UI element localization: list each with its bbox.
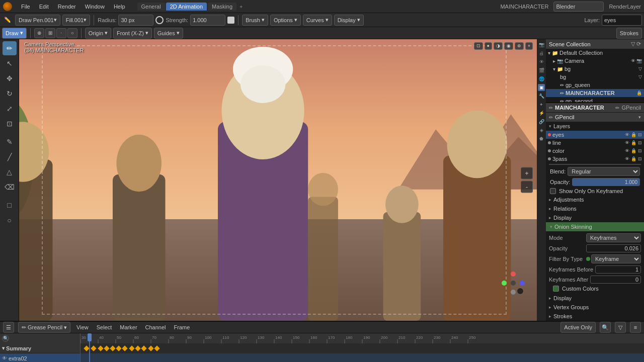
timeline-select-menu[interactable]: Select [95, 323, 114, 331]
camera-render-btn[interactable]: 📷 [636, 58, 642, 63]
menu-help[interactable]: Help [112, 3, 127, 11]
data-name-label[interactable]: GPencil [555, 114, 575, 120]
tool-erase[interactable]: ⌫ [3, 180, 17, 194]
timeline-sort-btn[interactable]: ≡ [630, 322, 641, 333]
tool-circle[interactable]: ○ [3, 213, 17, 227]
timeline-frame-menu[interactable]: Frame [172, 323, 192, 331]
snap-btn[interactable]: ⋅ [56, 28, 66, 38]
transform-pivot-btn[interactable]: ⊕ [34, 28, 44, 38]
display-btn[interactable]: Display ▾ [334, 15, 364, 26]
onion-mode-select[interactable]: Keyframes [586, 233, 641, 242]
extra02-vis-btn[interactable]: 👁 [2, 355, 7, 361]
scene-selector[interactable]: MAINCHARACTER [500, 4, 548, 10]
add-workspace-btn[interactable]: + [237, 4, 245, 10]
prop-icon-modifier[interactable]: 🔧 [538, 93, 545, 100]
tool-draw[interactable]: ✏ [3, 41, 17, 55]
display-bottom-section[interactable]: ▸ Display [546, 294, 644, 303]
zoom-in-btn[interactable]: + [521, 167, 533, 179]
scene-sync-btn[interactable]: ⟳ [636, 41, 641, 47]
scene-item-gp-queen[interactable]: ✏ gp_queen [546, 81, 644, 89]
layer-blend-btn[interactable]: ⊟ [638, 132, 642, 137]
prop-icon-view[interactable]: 👁 [538, 58, 545, 65]
viewport-gizmo-btn[interactable]: ⌖ [525, 42, 533, 50]
prop-icon-output[interactable]: 🖨 [538, 50, 545, 57]
layer-line[interactable]: line 👁 🔒 ⊟ [546, 139, 644, 147]
prop-icon-constraints[interactable]: 🔗 [538, 118, 545, 125]
layer-add-btn[interactable] [549, 164, 641, 165]
gizmo-white-dot[interactable] [517, 288, 524, 295]
transform-orient-btn[interactable]: ⊞ [45, 28, 55, 38]
prop-icon-scene[interactable]: 🎬 [538, 67, 545, 74]
layer-input[interactable]: eyes [602, 15, 642, 26]
tool-scale[interactable]: ⤢ [3, 102, 17, 116]
relations-section[interactable]: ▸ Relations [546, 204, 644, 213]
brush-btn[interactable]: Brush ▾ [242, 15, 268, 26]
fill-selector[interactable]: Fill.001 ▾ [62, 15, 90, 26]
tool-annotate-polygon[interactable]: △ [3, 165, 17, 179]
viewport-shading-render[interactable]: ◉ [504, 42, 513, 50]
track-extra02[interactable]: 👁 extra02 [0, 353, 80, 362]
tool-cursor[interactable]: ↖ [3, 56, 17, 70]
data-expand-btn[interactable]: ▾ [638, 115, 641, 120]
prop-icon-render[interactable]: 📷 [538, 41, 545, 48]
strokes-btn[interactable]: Strokes [616, 28, 642, 39]
layer-eye-btn[interactable]: 👁 [625, 132, 629, 137]
layer-line-blend-btn[interactable]: ⊟ [638, 140, 642, 145]
custom-colors-checkbox[interactable] [553, 286, 559, 292]
tool-rotate[interactable]: ↻ [3, 86, 17, 101]
menu-file[interactable]: File [19, 3, 32, 11]
onion-filter-select[interactable]: Keyframe [591, 254, 641, 263]
timeline-filter-btn[interactable]: ▽ [615, 322, 626, 333]
camera-vis-btn[interactable]: 👁 [631, 58, 635, 63]
layer-color-lock-btn[interactable]: 🔒 [631, 148, 636, 153]
show-keyframed-checkbox[interactable] [550, 188, 556, 194]
layer-line-eye-btn[interactable]: 👁 [625, 140, 629, 145]
zoom-out-btn[interactable]: - [521, 181, 533, 193]
tracks-search-icon[interactable]: 🔍 [2, 335, 9, 342]
layer-color-blend-btn[interactable]: ⊟ [638, 148, 642, 153]
vertex-groups-section[interactable]: ▸ Vertex Groups [546, 303, 644, 312]
onion-before-value[interactable]: 1 [595, 265, 641, 274]
viewport[interactable]: Camera Perspective (34) MAINCHARACTER ⊡ … [19, 39, 537, 321]
draw-mode-btn[interactable]: Draw ▾ [2, 28, 27, 39]
scene-item-camera[interactable]: ▸ 📷 Camera 👁 📷 [546, 57, 644, 65]
options-btn[interactable]: Options ▾ [270, 15, 301, 26]
viewport-shading-solid[interactable]: ● [485, 42, 492, 50]
prop-icon-particles[interactable]: ✦ [538, 101, 545, 108]
layer-lock-btn[interactable]: 🔒 [631, 132, 636, 137]
onion-opacity-value[interactable]: 0.026 [586, 244, 641, 252]
menu-window[interactable]: Window [83, 3, 107, 11]
gizmo-x[interactable] [520, 281, 525, 286]
layer-eyes[interactable]: eyes 👁 🔒 ⊟ [546, 131, 644, 139]
timeline-view-menu[interactable]: View [74, 323, 91, 331]
gizmo-y[interactable] [502, 281, 507, 286]
viewport-gizmo[interactable] [501, 270, 531, 301]
layer-color-eye-btn[interactable]: 👁 [625, 148, 629, 153]
tool-rect[interactable]: □ [3, 198, 17, 212]
tab-general[interactable]: General [137, 3, 165, 11]
origin-btn[interactable]: Origin ▾ [85, 28, 111, 39]
timeline-channel-menu[interactable]: Channel [143, 323, 168, 331]
layer-3pass-lock-btn[interactable]: 🔒 [631, 156, 636, 161]
prop-icon-object[interactable]: ▣ [538, 84, 545, 91]
timeline-marker-menu[interactable]: Marker [118, 323, 139, 331]
strokes-section[interactable]: ▸ Strokes [546, 312, 644, 321]
viewport-overlay-btn[interactable]: ⊕ [515, 42, 524, 50]
layer-color[interactable]: color 👁 🔒 ⊟ [546, 147, 644, 155]
draw-pen-selector[interactable]: Draw Pen.001 ▾ [15, 15, 60, 26]
menu-edit[interactable]: Edit [37, 3, 51, 11]
obj-name[interactable]: MAINCHARACTER [555, 105, 604, 111]
onion-after-value[interactable]: 0 [590, 276, 641, 284]
viewport-shading-material[interactable]: ◑ [494, 42, 503, 50]
view-type-btn[interactable]: Front (X-Z) ▾ [113, 28, 152, 39]
tool-move[interactable]: ✥ [3, 71, 17, 85]
scene-field[interactable]: Blender [553, 2, 604, 12]
summary-collapse-btn[interactable]: ▾ [2, 345, 5, 351]
gizmo-z-neg[interactable] [511, 290, 516, 295]
scene-item-default-collection[interactable]: ▾ 📁 Default Collection [546, 49, 644, 57]
tool-annotate-line[interactable]: ╱ [3, 150, 17, 164]
prop-icon-physics[interactable]: ⚡ [538, 110, 545, 117]
tool-transform[interactable]: ⊡ [3, 117, 17, 131]
timeline-tool-select[interactable]: ✏ Grease Pencil ▾ [18, 322, 70, 333]
tab-2d-animation[interactable]: 2D Animation [166, 3, 207, 11]
